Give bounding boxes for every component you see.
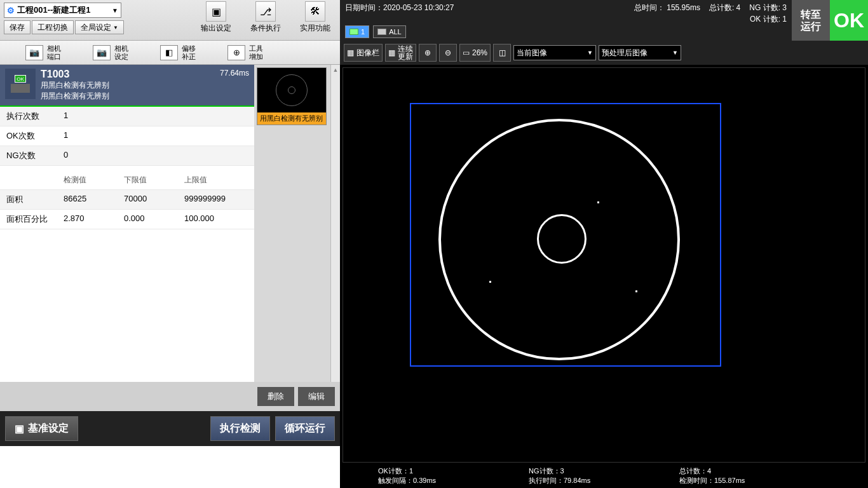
run-detection-button[interactable]: 执行检测 — [210, 416, 270, 441]
datetime-label: 日期时间：2020-05-23 10:30:27 — [345, 3, 454, 13]
project-name: 工程001--新建工程1 — [17, 4, 91, 16]
status-bar: OK计数：1 NG计数：3 总计数：4 触发间隔：0.39ms 执行时间：79.… — [340, 465, 868, 488]
add-tool-icon: ⊕ — [227, 45, 245, 60]
utility-button[interactable]: 🛠 实用功能 — [296, 1, 334, 34]
chevron-down-icon: ▼ — [112, 7, 118, 14]
global-settings-button[interactable]: 全局设定▼ — [75, 20, 124, 34]
stats-table: 执行次数1 OK次数1 NG次数0 检测值下限值上限值 面积8662570000… — [0, 107, 254, 382]
camera-settings-button[interactable]: 📷 相机设定 — [93, 44, 128, 60]
tool-thumbnail[interactable]: 用黑白检测有无辨别 — [257, 67, 327, 125]
condition-exec-button[interactable]: ⎇ 条件执行 — [247, 1, 285, 34]
image-bar-button[interactable]: ▦图像栏 — [344, 44, 383, 62]
tool-time: 77.64ms — [220, 69, 249, 78]
project-selector[interactable]: ⚙ 工程001--新建工程1 ▼ — [4, 3, 121, 18]
roi-button[interactable]: ◫ — [493, 44, 511, 62]
switch-to-run-button[interactable]: 转至 运行 — [792, 0, 830, 41]
save-button[interactable]: 保存 — [4, 20, 31, 34]
offset-icon: ◧ — [160, 45, 178, 60]
detected-circle-inner — [537, 214, 587, 264]
roi-icon: ◫ — [499, 48, 506, 57]
tool-card-t1003[interactable]: OK T1003 用黑白检测有无辨别 用黑白检测有无辨别 77.64ms — [0, 65, 254, 105]
gear-icon: ⚙ — [7, 6, 15, 15]
ok-count: OK 计数: 1 — [750, 14, 787, 25]
image-source-select[interactable]: 当前图像▼ — [513, 45, 596, 60]
total-time: 总时间： 155.95ms — [634, 3, 700, 13]
offset-correction-button[interactable]: ◧ 偏移补正 — [160, 44, 196, 60]
camera-icon: 📷 — [25, 45, 43, 60]
image-viewport[interactable] — [342, 67, 865, 463]
zoom-in-icon: ⊕ — [424, 48, 431, 57]
zoom-in-button[interactable]: ⊕ — [419, 44, 437, 62]
zoom-out-button[interactable]: ⊖ — [439, 44, 457, 62]
delete-button[interactable]: 删除 — [257, 387, 294, 406]
ok-status: OK — [830, 0, 868, 41]
switch-project-button[interactable]: 工程切换 — [32, 20, 74, 34]
chevron-down-icon: ▼ — [587, 50, 593, 56]
refresh-icon: ▦ — [388, 49, 395, 57]
chevron-down-icon: ▼ — [113, 25, 118, 30]
scrollbar[interactable]: ▲ — [330, 65, 340, 382]
thumbnail-label: 用黑白检测有无辨别 — [257, 112, 326, 125]
camera-gear-icon: 📷 — [93, 45, 111, 60]
zoom-out-icon: ⊖ — [445, 48, 451, 57]
camera-icon: ▣ — [15, 423, 24, 435]
branch-icon: ⎇ — [255, 1, 276, 22]
fit-icon: ▭ — [463, 48, 470, 57]
chevron-down-icon: ▼ — [672, 50, 678, 56]
output-settings-button[interactable]: ▣ 输出设定 — [197, 1, 235, 34]
total-count: 总计数: 4 — [709, 3, 740, 13]
add-tool-button[interactable]: ⊕ 工具增加 — [227, 44, 263, 60]
table-row: 面积8662570000999999999 — [0, 190, 254, 210]
tool-desc-2: 用黑白检测有无辨别 — [41, 91, 215, 102]
view-all-button[interactable]: ALL — [373, 25, 406, 38]
ng-count: NG 计数: 3 — [749, 3, 787, 13]
tools-icon: 🛠 — [305, 1, 325, 22]
continuous-update-button[interactable]: ▦连续 更新 — [385, 44, 416, 62]
tool-id: T1003 — [41, 69, 215, 80]
tool-type-icon: OK — [5, 69, 36, 99]
camera-port-button[interactable]: 📷 相机端口 — [25, 44, 61, 60]
edit-button[interactable]: 编辑 — [298, 387, 335, 406]
loop-run-button[interactable]: 循环运行 — [275, 416, 335, 441]
tool-desc-1: 用黑白检测有无辨别 — [41, 80, 215, 91]
reference-settings-button[interactable]: ▣基准设定 — [5, 416, 78, 441]
fit-button[interactable]: ▭26% — [459, 44, 491, 62]
processed-image-select[interactable]: 预处理后图像▼ — [599, 45, 681, 60]
view-single-button[interactable]: 1 — [345, 25, 369, 38]
gallery-icon: ▦ — [347, 48, 354, 57]
table-row: 面积百分比2.8700.000100.000 — [0, 210, 254, 229]
output-icon: ▣ — [206, 1, 226, 22]
